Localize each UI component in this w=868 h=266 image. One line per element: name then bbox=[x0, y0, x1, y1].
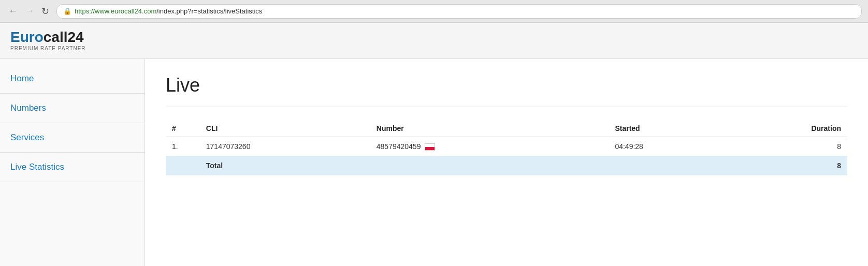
logo-call: call24 bbox=[44, 29, 84, 45]
site-body: Home Numbers Services Live Statistics Li… bbox=[0, 59, 868, 266]
table-header-row: # CLI Number Started Duration bbox=[166, 120, 847, 137]
col-header-cli: CLI bbox=[200, 120, 370, 137]
total-value: 8 bbox=[762, 156, 847, 175]
row-number: 48579420459 bbox=[370, 137, 609, 156]
logo-euro: Euro bbox=[10, 29, 44, 45]
url-green-part: https://www.eurocall24.com bbox=[75, 7, 156, 15]
sidebar-item-numbers[interactable]: Numbers bbox=[0, 94, 144, 123]
total-empty-hash bbox=[166, 156, 200, 175]
main-content: Live # CLI Number Started Duration 1. 17… bbox=[145, 59, 868, 266]
row-index: 1. bbox=[166, 137, 200, 156]
logo: Eurocall24 bbox=[10, 30, 858, 45]
browser-chrome: ← → ↻ 🔒 https://www.eurocall24.com/index… bbox=[0, 0, 868, 23]
url-path-part: /index.php?r=statistics/liveStatistics bbox=[156, 7, 262, 15]
col-header-number: Number bbox=[370, 120, 609, 137]
row-cli: 17147073260 bbox=[200, 137, 370, 156]
page-title: Live bbox=[166, 75, 847, 96]
col-header-duration: Duration bbox=[762, 120, 847, 137]
lock-icon: 🔒 bbox=[63, 7, 71, 15]
nav-buttons: ← → ↻ bbox=[6, 5, 51, 18]
col-header-hash: # bbox=[166, 120, 200, 137]
total-label: Total bbox=[200, 156, 370, 175]
row-duration: 8 bbox=[762, 137, 847, 156]
col-header-started: Started bbox=[609, 120, 762, 137]
row-number-text: 48579420459 bbox=[377, 142, 421, 151]
total-empty-started bbox=[609, 156, 762, 175]
back-button[interactable]: ← bbox=[6, 5, 20, 18]
sidebar-item-services[interactable]: Services bbox=[0, 123, 144, 153]
address-bar[interactable]: 🔒 https://www.eurocall24.com/index.php?r… bbox=[56, 4, 862, 19]
row-started: 04:49:28 bbox=[609, 137, 762, 156]
sidebar: Home Numbers Services Live Statistics bbox=[0, 59, 145, 266]
flag-poland-icon bbox=[425, 143, 435, 151]
live-table: # CLI Number Started Duration 1. 1714707… bbox=[166, 120, 847, 175]
refresh-button[interactable]: ↻ bbox=[39, 5, 51, 18]
table-row: 1. 17147073260 48579420459 04:49:28 8 bbox=[166, 137, 847, 156]
forward-button[interactable]: → bbox=[23, 5, 36, 18]
divider bbox=[166, 107, 847, 107]
sidebar-item-live-statistics[interactable]: Live Statistics bbox=[0, 153, 144, 182]
logo-subtitle: PREMIUM RATE PARTNER bbox=[10, 46, 858, 51]
sidebar-item-home[interactable]: Home bbox=[0, 64, 144, 94]
total-empty-number bbox=[370, 156, 609, 175]
table-total-row: Total 8 bbox=[166, 156, 847, 175]
page-wrapper: Eurocall24 PREMIUM RATE PARTNER Home Num… bbox=[0, 23, 868, 266]
site-header: Eurocall24 PREMIUM RATE PARTNER bbox=[0, 23, 868, 59]
url-text: https://www.eurocall24.com/index.php?r=s… bbox=[75, 7, 262, 15]
